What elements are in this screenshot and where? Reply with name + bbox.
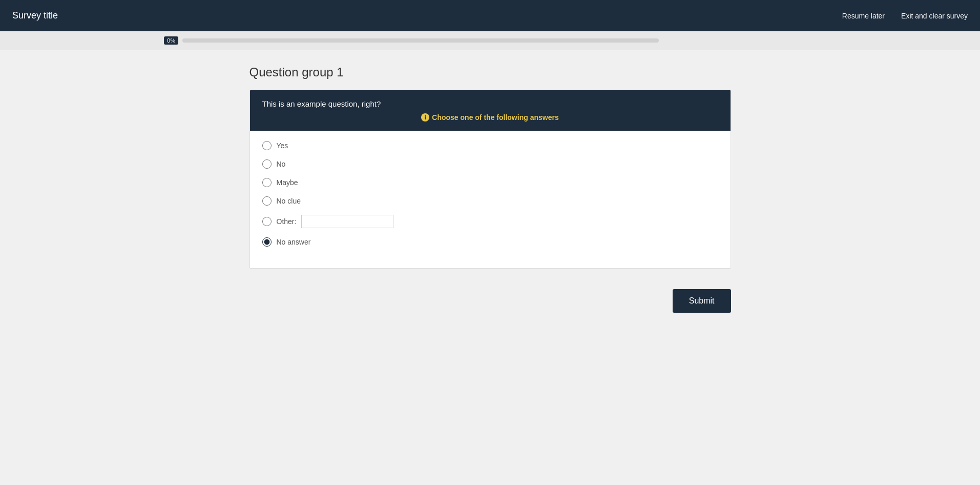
- progress-label: 0%: [164, 36, 178, 45]
- option-yes[interactable]: Yes: [262, 141, 718, 150]
- question-text: This is an example question, right?: [262, 99, 718, 108]
- main-content: Question group 1 This is an example ques…: [239, 50, 741, 333]
- label-maybe: Maybe: [277, 178, 298, 187]
- question-group-title: Question group 1: [249, 65, 731, 79]
- option-no[interactable]: No: [262, 159, 718, 169]
- label-noclue: No clue: [277, 197, 301, 205]
- instruction-text: Choose one of the following answers: [432, 113, 558, 122]
- label-other: Other:: [277, 217, 297, 226]
- other-text-input[interactable]: [301, 215, 393, 228]
- question-instruction: i Choose one of the following answers: [262, 113, 718, 122]
- question-card: This is an example question, right? i Ch…: [249, 90, 731, 269]
- question-body: Yes No Maybe No clue Other: No: [250, 131, 731, 268]
- radio-maybe[interactable]: [262, 178, 272, 187]
- radio-other[interactable]: [262, 217, 272, 226]
- header-actions: Resume later Exit and clear survey: [842, 12, 968, 20]
- radio-no-answer[interactable]: [262, 237, 272, 247]
- label-no: No: [277, 160, 286, 168]
- progress-bar-container: 0%: [0, 31, 980, 50]
- label-no-answer: No answer: [277, 238, 311, 246]
- header: Survey title Resume later Exit and clear…: [0, 0, 980, 31]
- submit-row: Submit: [249, 284, 731, 318]
- progress-track: [182, 38, 659, 43]
- resume-later-button[interactable]: Resume later: [842, 12, 885, 20]
- submit-button[interactable]: Submit: [673, 289, 731, 313]
- label-yes: Yes: [277, 142, 288, 150]
- exit-clear-button[interactable]: Exit and clear survey: [901, 12, 968, 20]
- option-no-answer[interactable]: No answer: [262, 237, 718, 247]
- option-noclue[interactable]: No clue: [262, 196, 718, 206]
- option-other: Other:: [262, 215, 718, 228]
- radio-noclue[interactable]: [262, 196, 272, 206]
- radio-yes[interactable]: [262, 141, 272, 150]
- question-header: This is an example question, right? i Ch…: [250, 90, 731, 131]
- option-maybe[interactable]: Maybe: [262, 178, 718, 187]
- info-icon: i: [421, 113, 429, 122]
- radio-no[interactable]: [262, 159, 272, 169]
- survey-title: Survey title: [12, 10, 58, 21]
